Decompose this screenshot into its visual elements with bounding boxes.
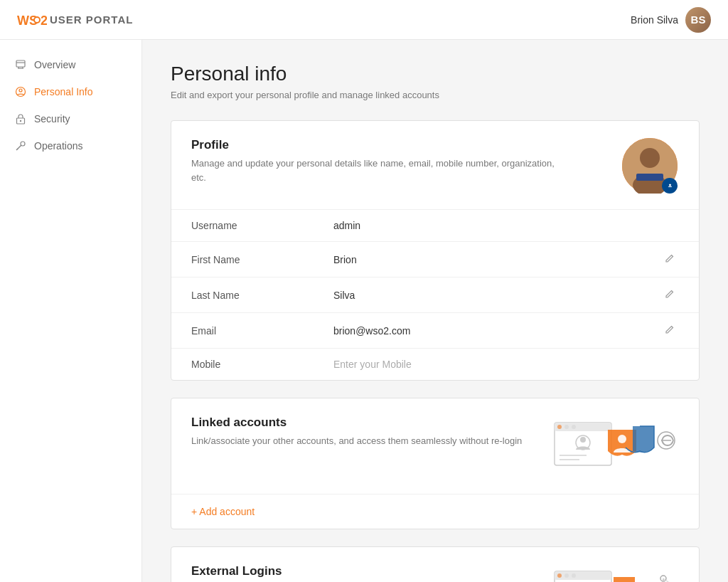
field-value-firstname: Brion: [314, 242, 641, 277]
linked-accounts-svg: [551, 416, 679, 480]
field-label-firstname: First Name: [171, 242, 314, 277]
field-value-email: brion@wso2.com: [314, 313, 641, 349]
user-circle-icon: [14, 85, 27, 98]
main-layout: Overview Personal Info Secur: [0, 40, 728, 582]
sidebar-item-overview[interactable]: Overview: [0, 51, 141, 78]
sidebar-label-operations: Operations: [34, 140, 82, 152]
linked-accounts-footer: + Add account: [171, 494, 699, 529]
svg-point-28: [557, 425, 562, 429]
svg-point-30: [572, 425, 576, 429]
edit-firstname-button[interactable]: [660, 252, 679, 267]
svg-point-14: [21, 142, 25, 146]
edit-lastname-button[interactable]: [660, 287, 679, 302]
svg-rect-4: [16, 60, 25, 67]
svg-rect-39: [555, 571, 611, 580]
page-subtitle: Edit and export your personal profile an…: [171, 90, 700, 100]
field-value-mobile: Enter your Mobile: [314, 349, 641, 381]
svg-point-41: [564, 573, 569, 578]
svg-point-2: [35, 18, 39, 22]
profile-card-desc: Manage and update your personal details …: [191, 157, 561, 184]
field-label-lastname: Last Name: [171, 277, 314, 313]
linked-accounts-title: Linked accounts: [191, 416, 537, 430]
profile-card-text: Profile Manage and update your personal …: [191, 138, 622, 184]
linked-accounts-text: Linked accounts Link/associate your othe…: [191, 416, 537, 448]
svg-text:2: 2: [41, 14, 47, 28]
field-label-email: Email: [171, 313, 314, 349]
sidebar-item-security[interactable]: Security: [0, 105, 141, 132]
wrench-icon: [14, 139, 27, 152]
table-row: Email brion@wso2.com: [171, 313, 699, 349]
sidebar-label-security: Security: [34, 113, 70, 125]
sidebar: Overview Personal Info Secur: [0, 40, 142, 582]
main-content: Personal info Edit and export your perso…: [142, 40, 728, 582]
external-logins-title: External Logins: [191, 564, 537, 578]
svg-point-40: [557, 573, 562, 578]
field-action-firstname[interactable]: [641, 242, 699, 277]
table-row: Username admin: [171, 210, 699, 242]
linked-accounts-header: Linked accounts Link/associate your othe…: [171, 398, 699, 494]
wso2-logo-svg: WS 2: [17, 11, 47, 29]
profile-card: Profile Manage and update your personal …: [171, 120, 700, 381]
svg-rect-22: [636, 174, 663, 181]
svg-point-20: [640, 148, 660, 168]
sidebar-label-personal-info: Personal Info: [34, 86, 93, 97]
svg-point-35: [618, 435, 626, 443]
linked-accounts-card: Linked accounts Link/associate your othe…: [171, 398, 700, 529]
brand-logo: WS 2 USER PORTAL: [17, 11, 133, 29]
edit-email-button[interactable]: [660, 323, 679, 338]
profile-fields-table: Username admin First Name Brion: [171, 209, 699, 380]
svg-rect-27: [555, 423, 611, 431]
svg-point-29: [564, 425, 569, 429]
profile-edit-badge[interactable]: [662, 178, 678, 194]
field-action-email[interactable]: [641, 313, 699, 349]
sidebar-item-operations[interactable]: Operations: [0, 132, 141, 159]
sidebar-label-overview: Overview: [34, 59, 75, 70]
external-logins-svg: [551, 564, 679, 582]
svg-point-32: [580, 437, 586, 443]
external-logins-text: External Logins View your accounts from …: [191, 564, 537, 582]
add-account-button[interactable]: + Add account: [191, 506, 255, 517]
table-row: Mobile Enter your Mobile: [171, 349, 699, 381]
external-logins-header: External Logins View your accounts from …: [171, 547, 699, 582]
profile-picture[interactable]: [622, 138, 679, 195]
user-avatar[interactable]: BS: [685, 7, 711, 33]
linked-accounts-illustration: [551, 416, 679, 480]
field-label-username: Username: [171, 210, 314, 242]
linked-accounts-desc: Link/associate your other accounts, and …: [191, 434, 537, 448]
field-action-mobile: [641, 349, 699, 381]
page-title: Personal info: [171, 63, 700, 85]
table-row: Last Name Silva: [171, 277, 699, 313]
svg-rect-24: [668, 186, 672, 187]
svg-point-25: [669, 184, 671, 186]
svg-point-10: [19, 89, 22, 92]
field-label-mobile: Mobile: [171, 349, 314, 381]
field-action-username: [641, 210, 699, 242]
svg-point-42: [572, 573, 576, 578]
field-value-lastname: Silva: [314, 277, 641, 313]
svg-point-12: [20, 120, 21, 122]
profile-card-title: Profile: [191, 138, 622, 152]
profile-card-header: Profile Manage and update your personal …: [171, 121, 699, 209]
field-action-lastname[interactable]: [641, 277, 699, 313]
table-row: First Name Brion: [171, 242, 699, 277]
external-logins-card: External Logins View your accounts from …: [171, 546, 700, 582]
field-value-username: admin: [314, 210, 641, 242]
app-header: WS 2 USER PORTAL Brion Silva BS: [0, 0, 728, 40]
person-icon: [14, 58, 27, 71]
svg-line-15: [16, 149, 18, 150]
external-logins-illustration: [551, 564, 679, 582]
header-username: Brion Silva: [631, 14, 678, 26]
header-user: Brion Silva BS: [631, 7, 711, 33]
lock-icon: [14, 112, 27, 125]
sidebar-item-personal-info[interactable]: Personal Info: [0, 78, 141, 105]
portal-label: USER PORTAL: [50, 14, 133, 26]
